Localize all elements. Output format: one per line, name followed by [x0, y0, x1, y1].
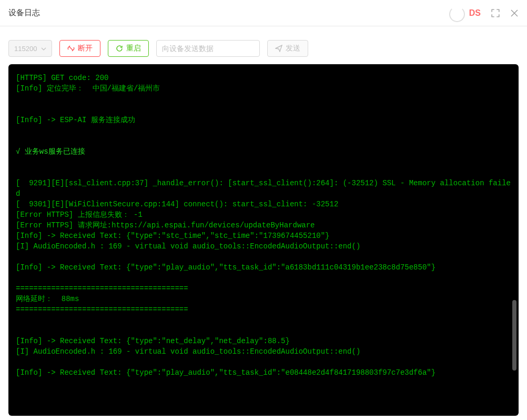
log-line: √ 业务ws服务已连接 [16, 146, 511, 157]
reload-icon [116, 45, 123, 52]
close-icon[interactable] [510, 9, 519, 17]
log-line [16, 157, 511, 167]
log-line: [ 9301][E][WiFiClientSecure.cpp:144] con… [16, 199, 511, 209]
disconnect-icon [67, 45, 75, 52]
log-line [16, 315, 511, 325]
log-line [16, 125, 511, 136]
log-line [16, 273, 511, 283]
log-line [16, 325, 511, 336]
baud-rate-select: 115200 [8, 40, 52, 57]
send-icon [275, 45, 282, 52]
log-line: [Info] -> Received Text: {"type":"play_a… [16, 367, 511, 378]
log-line: [Info] 定位完毕： 中国/福建省/福州市 [16, 83, 511, 94]
log-line [16, 252, 511, 262]
log-line [16, 357, 511, 367]
expand-icon[interactable] [491, 9, 500, 17]
reboot-button[interactable]: 重启 [108, 40, 149, 57]
log-line: [Error HTTPS] 请求网址:https://api.espai.fun… [16, 220, 511, 231]
log-line: ======================================= [16, 283, 511, 294]
log-line [16, 167, 511, 178]
send-button: 发送 [267, 40, 308, 57]
log-line: [Info] -> Received Text: {"type":"stc_ti… [16, 231, 511, 241]
log-line: [ 9291][E][ssl_client.cpp:37] _handle_er… [16, 178, 511, 199]
terminal-content[interactable]: [HTTPS] GET code: 200[Info] 定位完毕： 中国/福建省… [8, 64, 519, 416]
log-line [16, 136, 511, 146]
send-label: 发送 [286, 44, 300, 53]
log-line: [HTTPS] GET code: 200 [16, 73, 511, 83]
log-line: [I] AudioEncoded.h : 169 - virtual void … [16, 346, 511, 357]
header-right: DS [454, 8, 519, 18]
scrollbar-thumb[interactable] [512, 300, 516, 371]
reboot-label: 重启 [126, 44, 141, 53]
toolbar: 115200 断开 重启 发送 [0, 26, 527, 64]
log-line: [Info] -> Received Text: {"type":"play_a… [16, 262, 511, 273]
log-line: [Info] -> ESP-AI 服务连接成功 [16, 115, 511, 125]
ds-badge: DS [454, 8, 481, 18]
log-line: [Info] -> Received Text: {"type":"net_de… [16, 336, 511, 346]
baud-rate-value: 115200 [14, 45, 37, 53]
terminal: [HTTPS] GET code: 200[Info] 定位完毕： 中国/福建省… [8, 64, 519, 416]
log-line: [I] AudioEncoded.h : 169 - virtual void … [16, 241, 511, 252]
log-line [16, 104, 511, 115]
log-line: ======================================= [16, 304, 511, 315]
chevron-down-icon [41, 46, 46, 52]
disconnect-label: 断开 [78, 44, 93, 53]
log-line: 网络延时： 88ms [16, 294, 511, 304]
log-line: [Error HTTPS] 上报信息失败： -1 [16, 209, 511, 220]
modal-header: 设备日志 DS [0, 0, 527, 26]
send-input[interactable] [156, 40, 260, 57]
modal-title: 设备日志 [8, 8, 40, 18]
disconnect-button[interactable]: 断开 [59, 40, 100, 57]
log-line [16, 94, 511, 104]
